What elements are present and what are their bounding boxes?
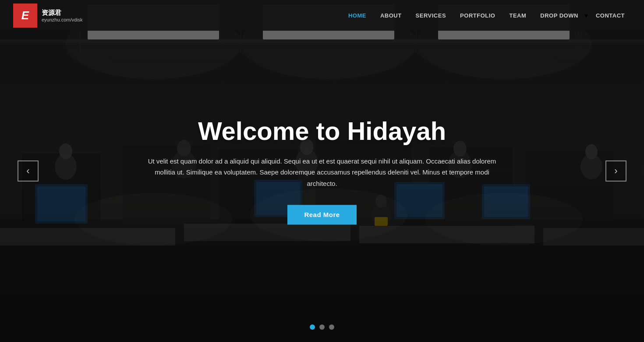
chevron-left-icon: ‹: [26, 165, 29, 177]
nav-links: HOME ABOUT SERVICES PORTFOLIO TEAM DROP …: [342, 9, 631, 22]
nav-link-dropdown[interactable]: DROP DOWN: [534, 9, 584, 22]
nav-item-about: ABOUT: [374, 9, 408, 22]
logo-brand: 资源君: [42, 9, 83, 17]
nav-item-home: HOME: [342, 9, 372, 22]
hero-cta-button[interactable]: Read More: [287, 205, 356, 225]
slider-next-button[interactable]: ›: [605, 160, 626, 182]
logo-icon: E: [13, 4, 37, 28]
nav-link-contact[interactable]: CONTACT: [590, 9, 631, 22]
nav-link-team[interactable]: TEAM: [503, 9, 532, 22]
slider-dot-1[interactable]: [310, 324, 315, 330]
nav-item-portfolio: PORTFOLIO: [454, 9, 501, 22]
navbar: E 资源君 eyunzhu.com/vdisk HOME ABOUT SERVI…: [0, 0, 644, 31]
hero-title: Welcome to Hidayah: [125, 117, 519, 145]
chevron-right-icon: ›: [614, 165, 617, 177]
nav-item-team: TEAM: [503, 9, 532, 22]
slider-dots: [310, 324, 334, 330]
hero-description: Ut velit est quam dolor ad a aliquid qui…: [147, 156, 497, 189]
nav-link-home[interactable]: HOME: [342, 9, 372, 22]
dropdown-chevron-icon: ▾: [584, 11, 588, 20]
logo-link[interactable]: E 资源君 eyunzhu.com/vdisk: [13, 4, 83, 28]
hero-content: Welcome to Hidayah Ut velit est quam dol…: [125, 117, 519, 224]
nav-link-about[interactable]: ABOUT: [374, 9, 408, 22]
slider-dot-3[interactable]: [329, 324, 334, 330]
logo-text-block: 资源君 eyunzhu.com/vdisk: [42, 9, 83, 22]
hero-section: E 资源君 eyunzhu.com/vdisk HOME ABOUT SERVI…: [0, 0, 644, 342]
slider-dot-2[interactable]: [319, 324, 325, 330]
slider-prev-button[interactable]: ‹: [18, 160, 39, 182]
logo-letter: E: [21, 9, 29, 22]
logo-subtitle: eyunzhu.com/vdisk: [42, 17, 83, 22]
nav-link-services[interactable]: SERVICES: [410, 9, 453, 22]
nav-item-dropdown: DROP DOWN ▾: [534, 9, 588, 22]
nav-item-services: SERVICES: [410, 9, 453, 22]
nav-link-portfolio[interactable]: PORTFOLIO: [454, 9, 501, 22]
nav-item-contact: CONTACT: [590, 9, 631, 22]
